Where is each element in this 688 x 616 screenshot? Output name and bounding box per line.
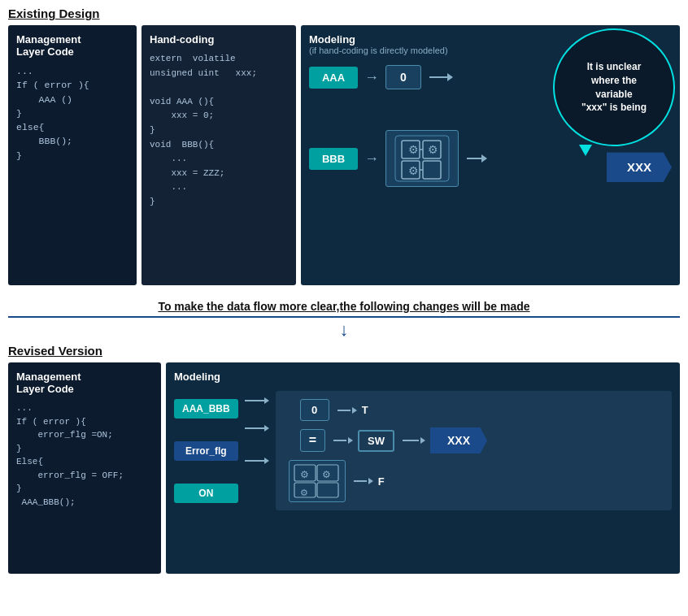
gear-box: ⚙ ⚙ ⚙ [385, 130, 459, 187]
revised-inner: AAA_BBB Error_flg ON [174, 391, 672, 562]
main-container: Existing Design ManagementLayer Code ...… [0, 0, 688, 616]
revised-design-section: ManagementLayer Code ... If ( error ){ e… [8, 362, 680, 574]
mgmt-layer-box: ManagementLayer Code ... If ( error ){ A… [8, 25, 137, 285]
node-aaa-bbb: AAA_BBB [174, 399, 238, 419]
svg-text:⚙: ⚙ [322, 469, 331, 480]
node-zero: 0 [385, 65, 421, 89]
sw-zero-box: 0 [300, 399, 329, 421]
bbb-arrow: → [364, 151, 379, 166]
xxx-output-box: XXX [607, 152, 672, 182]
modeling-revised-title: Modeling [174, 371, 672, 383]
svg-text:⚙: ⚙ [408, 143, 419, 156]
mgmt-title: ManagementLayer Code [16, 33, 128, 58]
revised-mgmt-box: ManagementLayer Code ... If ( error ){ e… [8, 362, 161, 574]
svg-text:⚙: ⚙ [300, 488, 308, 497]
node-on: ON [174, 484, 238, 503]
transition-arrow: ↓ [8, 319, 680, 341]
transition-text: To make the data flow more clear,the fol… [8, 292, 680, 318]
revised-gear-box: ⚙ ⚙ ⚙ [289, 460, 346, 502]
handcoding-box: Hand-coding extern volatile unsigned uin… [142, 25, 296, 285]
revised-version-title: Revised Version [8, 344, 680, 358]
node-aaa: AAA [309, 67, 358, 89]
revised-mgmt-title: ManagementLayer Code [16, 371, 153, 395]
gear-icon: ⚙ ⚙ ⚙ [394, 134, 451, 183]
existing-design-title: Existing Design [8, 7, 680, 20]
sw-label: SW [358, 430, 394, 452]
revised-gear-icon: ⚙ ⚙ ⚙ [293, 463, 342, 499]
aaa-arrow: → [364, 70, 379, 85]
t-label: T [362, 404, 368, 416]
revised-mgmt-code: ... If ( error ){ error_flg =ON; } Else{… [16, 401, 153, 509]
svg-text:⚙: ⚙ [428, 143, 438, 156]
handcoding-title: Hand-coding [150, 33, 288, 46]
revised-left-nodes: AAA_BBB Error_flg ON [174, 391, 238, 503]
modeling-existing-box: Modeling (if hand-coding is directly mod… [301, 25, 680, 285]
svg-rect-13 [317, 483, 338, 497]
modeling-revised-box: Modeling AAA_BBB Error_flg ON [166, 362, 680, 574]
node-error-flg: Error_flg [174, 441, 238, 461]
callout-bubble: It is unclearwhere thevariable"xxx" is b… [553, 28, 675, 146]
f-label: F [378, 475, 385, 488]
mgmt-code: ... If ( error ){ AAA () } else{ BBB(); … [16, 64, 128, 163]
revised-xxx-box: XXX [430, 427, 487, 453]
handcoding-code: extern volatile unsigned uint xxx; void … [150, 52, 288, 210]
eq-box: = [300, 429, 325, 452]
svg-text:⚙: ⚙ [408, 164, 419, 177]
existing-design-section: ManagementLayer Code ... If ( error ){ A… [8, 25, 680, 285]
node-bbb: BBB [309, 148, 358, 170]
svg-text:⚙: ⚙ [300, 469, 309, 480]
